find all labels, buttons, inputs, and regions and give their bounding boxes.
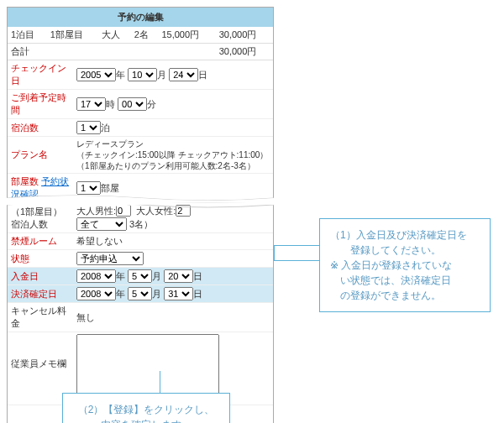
memo-textarea[interactable] xyxy=(76,334,219,401)
male-count-input[interactable] xyxy=(116,205,131,217)
form-table: チェックイン日 2005年 10月 24日 ご到着予定時間 17時 00分 宿泊… xyxy=(8,60,273,405)
female-count-input[interactable] xyxy=(176,205,191,217)
nights-label: 宿泊数 xyxy=(8,119,73,137)
rooms-select[interactable]: 1 xyxy=(76,181,101,195)
payin-year-select[interactable]: 2008 xyxy=(76,269,116,283)
status-label: 状態 xyxy=(8,250,73,268)
settle-year-select[interactable]: 2008 xyxy=(76,287,116,300)
checkin-year-select[interactable]: 2005 xyxy=(76,68,116,81)
arrival-label: ご到着予定時間 xyxy=(8,90,73,119)
callout-connector xyxy=(274,260,319,261)
nights-select[interactable]: 1 xyxy=(76,121,101,134)
arrival-hour-select[interactable]: 17 xyxy=(76,97,106,111)
table-row: 1泊目 1部屋目 大人 2名 15,000円 30,000円 xyxy=(8,27,273,44)
payin-label: 入金日 xyxy=(8,268,73,285)
cancel-label: キャンセル料金 xyxy=(8,303,73,332)
pax-select[interactable]: 全て xyxy=(76,217,127,231)
status-select[interactable]: 予約申込 xyxy=(76,252,144,265)
checkin-label: チェックイン日 xyxy=(8,60,73,90)
settle-day-select[interactable]: 31 xyxy=(164,287,193,300)
payin-day-select[interactable]: 20 xyxy=(164,269,193,283)
plan-label: プラン名 xyxy=(8,137,73,174)
payin-month-select[interactable]: 5 xyxy=(128,269,152,283)
table-row: 合計 30,000円 xyxy=(8,44,273,60)
settle-label: 決済確定日 xyxy=(8,285,73,303)
pax-label: （1部屋目）宿泊人数 xyxy=(8,203,73,233)
settle-month-select[interactable]: 5 xyxy=(128,287,152,300)
reservation-edit-panel: 予約の編集 1泊目 1部屋目 大人 2名 15,000円 30,000円 合計 … xyxy=(7,7,274,423)
callout-1: （1）入金日及び決済確定日を 登録してください。 ※ 入金日が登録されていな い… xyxy=(319,218,491,312)
summary-table: 1泊目 1部屋目 大人 2名 15,000円 30,000円 合計 30,000… xyxy=(8,27,273,60)
callout-2: （2）【登録】をクリックし、 内容を確定します。 xyxy=(62,393,230,423)
callout-connector xyxy=(274,245,319,246)
panel-title: 予約の編集 xyxy=(8,8,273,27)
checkin-month-select[interactable]: 10 xyxy=(128,68,157,81)
callout-connector xyxy=(274,245,275,260)
checkin-day-select[interactable]: 24 xyxy=(169,68,198,81)
callout-connector xyxy=(160,371,160,393)
rooms-label: 部屋数 xyxy=(11,176,39,186)
plan-name: レディースプラン xyxy=(76,139,144,149)
arrival-min-select[interactable]: 00 xyxy=(118,97,147,111)
nosmoke-label: 禁煙ルーム xyxy=(8,233,73,250)
